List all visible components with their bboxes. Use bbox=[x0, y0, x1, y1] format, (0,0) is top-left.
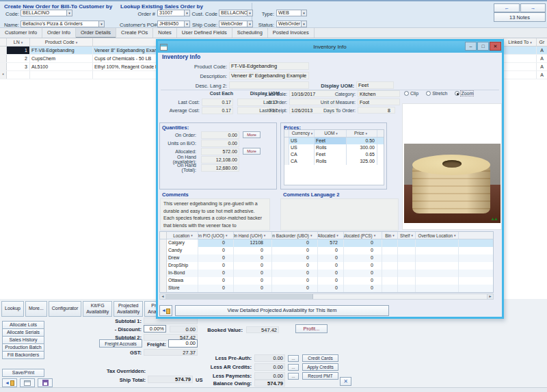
location-row[interactable]: In-Bond 0 0 0 0 0 bbox=[160, 270, 493, 277]
on-backorder-cell[interactable]: 0 bbox=[272, 270, 318, 277]
more-button[interactable]: More bbox=[243, 148, 261, 155]
uom-cell[interactable]: Feet bbox=[315, 151, 347, 158]
on-po-cell[interactable]: 0 bbox=[198, 262, 234, 270]
dialog-exit-button[interactable]: ◄ bbox=[159, 305, 172, 316]
on-hand-cell[interactable]: 0 bbox=[234, 247, 272, 254]
shelf-cell[interactable] bbox=[398, 285, 416, 292]
lookup-dots-button[interactable]: ... bbox=[288, 355, 299, 362]
allocated-pcs-cell[interactable]: 0 bbox=[344, 247, 382, 254]
shelf-cell[interactable] bbox=[398, 277, 416, 285]
overflow-location-cell[interactable] bbox=[416, 270, 459, 277]
on-hand-cell[interactable]: 12108 bbox=[234, 239, 272, 247]
quantity-value[interactable]: 572.00 bbox=[201, 148, 239, 155]
overflow-location-cell[interactable] bbox=[416, 262, 459, 270]
more-button[interactable]: More bbox=[243, 131, 261, 138]
ln-column-header[interactable]: LN ▾ bbox=[7, 38, 30, 46]
chevron-down-icon[interactable]: ▾ bbox=[247, 10, 253, 16]
location-cell[interactable]: Drew bbox=[167, 254, 198, 262]
on-backorder-column-header[interactable]: On Backorder (UBO)▾ bbox=[272, 232, 318, 239]
locations-horizontal-scrollbar[interactable]: ◄ ► bbox=[159, 293, 494, 300]
chevron-down-icon[interactable]: ▾ bbox=[411, 233, 413, 237]
record-selector[interactable] bbox=[0, 47, 7, 54]
location-cell[interactable]: Ottawa bbox=[167, 277, 198, 285]
tool-tab[interactable]: More... bbox=[25, 301, 47, 317]
on-po-cell[interactable]: 0 bbox=[198, 285, 234, 292]
on-hand-cell[interactable]: 0 bbox=[234, 254, 272, 262]
bin-cell[interactable] bbox=[382, 277, 398, 285]
lookup-dots-button[interactable]: ... bbox=[288, 373, 299, 380]
price-cell[interactable]: 325.00 bbox=[347, 158, 377, 165]
bin-cell[interactable] bbox=[382, 285, 398, 292]
allocated-pcs-cell[interactable]: 0 bbox=[344, 262, 382, 270]
scroll-right-icon[interactable]: ► bbox=[487, 294, 493, 299]
uom-cell[interactable]: Rolls bbox=[315, 144, 347, 151]
allocated-cell[interactable]: 0 bbox=[318, 277, 344, 285]
scroll-left-icon[interactable]: ◄ bbox=[160, 294, 166, 299]
main-tab[interactable]: Posted Invoices bbox=[268, 28, 315, 38]
notes-button[interactable]: 13 Notes bbox=[494, 12, 546, 22]
price-row[interactable]: US Feet 0.50 bbox=[284, 138, 384, 144]
line-number-cell[interactable]: 2 bbox=[7, 55, 30, 62]
status-combo[interactable]: WebOrder▾ bbox=[276, 21, 307, 27]
next-record-button[interactable]: → bbox=[520, 3, 546, 12]
shelf-cell[interactable] bbox=[398, 262, 416, 270]
allocated-pcs-column-header[interactable]: Allocated (PCS)▾ bbox=[344, 232, 382, 239]
price-row[interactable]: CA Rolls 325.00 bbox=[284, 158, 384, 165]
on-po-cell[interactable]: 0 bbox=[198, 277, 234, 285]
quantity-value[interactable]: 0.00 bbox=[201, 131, 239, 139]
on-backorder-cell[interactable]: 0 bbox=[272, 262, 318, 270]
tool-tab[interactable]: Lookup bbox=[1, 301, 24, 317]
quantity-value[interactable]: 12,108.00 bbox=[201, 156, 239, 164]
view-availability-button[interactable]: View Detailed Projected Availability for… bbox=[175, 305, 389, 316]
minimize-button[interactable]: – bbox=[465, 42, 477, 51]
ship-code-combo[interactable]: WebOrder▾ bbox=[219, 21, 253, 27]
location-row[interactable]: Store 0 0 0 0 0 bbox=[160, 285, 493, 292]
dialog-title-bar[interactable]: Inventory Info – □ ✕ bbox=[158, 41, 502, 53]
product-code-cell[interactable]: CupsChem bbox=[30, 55, 93, 62]
location-row[interactable]: Ottawa 0 0 0 0 0 bbox=[160, 277, 493, 285]
close-button[interactable]: ✕ bbox=[490, 42, 501, 51]
save-button[interactable] bbox=[38, 378, 53, 387]
on-hand-column-header[interactable]: On Hand (UOH)▾ bbox=[234, 232, 272, 239]
chevron-down-icon[interactable]: ▾ bbox=[184, 21, 190, 27]
location-cell[interactable]: Candy bbox=[167, 247, 198, 254]
chevron-down-icon[interactable]: ▾ bbox=[392, 233, 395, 237]
main-tab[interactable]: Order Details bbox=[76, 28, 116, 38]
price-cell[interactable]: 300.00 bbox=[347, 144, 377, 151]
on-po-cell[interactable]: 0 bbox=[198, 247, 234, 254]
on-hand-cell[interactable]: 0 bbox=[234, 270, 272, 277]
record-selector[interactable] bbox=[160, 254, 167, 262]
on-po-cell[interactable]: 0 bbox=[198, 254, 234, 262]
price-row[interactable]: CA Feet 0.65 bbox=[284, 151, 384, 158]
record-selector[interactable] bbox=[160, 247, 167, 254]
allocated-pcs-cell[interactable]: 0 bbox=[344, 270, 382, 277]
bin-cell[interactable] bbox=[382, 270, 398, 277]
record-selector[interactable] bbox=[160, 277, 167, 285]
order-action-button[interactable]: Production Batch bbox=[2, 343, 44, 352]
chevron-down-icon[interactable]: ▾ bbox=[374, 233, 376, 237]
payment-action-button[interactable]: Credit Cards bbox=[302, 354, 338, 362]
location-cell[interactable]: DropShip bbox=[167, 262, 198, 270]
on-backorder-cell[interactable]: 0 bbox=[272, 285, 318, 292]
bin-cell[interactable] bbox=[382, 247, 398, 254]
location-cell[interactable]: Calgary bbox=[167, 239, 198, 247]
freight-input[interactable]: 0.00 bbox=[168, 339, 198, 348]
comments-lang2-text[interactable] bbox=[280, 198, 399, 231]
bin-cell[interactable] bbox=[382, 262, 398, 270]
customer-po-combo[interactable]: JH89450▾ bbox=[157, 21, 190, 27]
allocated-column-header[interactable]: Allocated▾ bbox=[318, 232, 344, 239]
record-selector[interactable] bbox=[160, 239, 167, 247]
chevron-down-icon[interactable]: ▾ bbox=[226, 233, 228, 237]
chevron-down-icon[interactable]: ▾ bbox=[454, 233, 456, 237]
on-backorder-cell[interactable]: 0 bbox=[272, 277, 318, 285]
chevron-down-icon[interactable]: ▾ bbox=[98, 21, 105, 27]
product-code-cell[interactable]: AL5100 bbox=[30, 63, 93, 70]
main-tab[interactable]: Create POs bbox=[116, 28, 153, 38]
linked-to-cell[interactable] bbox=[504, 63, 537, 70]
location-row[interactable]: DropShip 0 0 0 0 0 bbox=[160, 262, 493, 270]
currency-column-header[interactable]: Currency ▾ bbox=[289, 130, 315, 137]
main-tab[interactable]: Scheduling bbox=[232, 28, 268, 38]
allocated-cell[interactable]: 0 bbox=[318, 254, 344, 262]
chevron-down-icon[interactable]: ▾ bbox=[310, 233, 312, 237]
location-cell[interactable]: Store bbox=[167, 285, 198, 292]
